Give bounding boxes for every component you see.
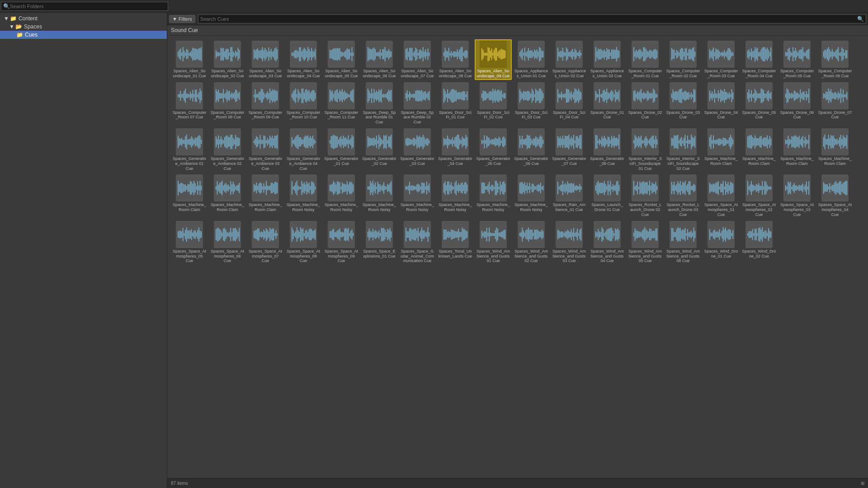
cue-item[interactable]: Spaces_Generator_08 Cue	[589, 127, 626, 172]
cue-item[interactable]: Spaces_Drone_03 Cue	[665, 81, 702, 126]
cue-item[interactable]: Spaces_Alien_Soundscape_03 Cue	[247, 39, 284, 80]
cue-item[interactable]: Spaces_Machine_Room Clam	[703, 127, 740, 172]
grid-area[interactable]: Spaces_Alien_Soundscape_01 CueSpaces_Ali…	[167, 36, 868, 478]
search-cues-input[interactable]	[200, 16, 857, 22]
cue-item[interactable]: Spaces_Space_Atmospheres_07 Cue	[247, 220, 284, 265]
cue-item[interactable]: Spaces_Space_Atmospheres_09 Cue	[323, 220, 360, 265]
cue-item[interactable]: Spaces_Generator_05 Cue	[475, 127, 512, 172]
cue-item[interactable]: Spaces_Machine_Room Noisy	[285, 173, 322, 218]
cue-item[interactable]: Spaces_Wind_Drone_01 Cue	[703, 220, 740, 265]
cue-item[interactable]: Spaces_Generative_Ambience 01 Cue	[171, 127, 208, 172]
cue-item[interactable]: Spaces_Wind_Ambience_and Gusts 04 Cue	[589, 220, 626, 265]
cue-item[interactable]: Spaces_Launch_Drone 01 Cue	[589, 173, 626, 218]
cue-item[interactable]: Spaces_Rocket_Launch_Drone 02 Cue	[627, 173, 664, 218]
cue-item[interactable]: Spaces_Computer_Room 01 Cue	[627, 39, 664, 80]
cue-item[interactable]: Spaces_Space_Atmospheres_05 Cue	[171, 220, 208, 265]
cue-item[interactable]: Spaces_Generative_Ambience 04 Cue	[285, 127, 322, 172]
cue-item[interactable]: Spaces_Computer_Room 03 Cue	[703, 39, 740, 80]
cue-item[interactable]: Spaces_Drone_05 Cue	[741, 81, 778, 126]
cue-item[interactable]: Spaces_Rocket_Launch_Drone 03 Cue	[665, 173, 702, 218]
cue-item[interactable]: Spaces_Machine_Room Clam	[209, 173, 246, 218]
cue-item[interactable]: Spaces_Space_Atmospheres_06 Cue	[209, 220, 246, 265]
cue-item[interactable]: Spaces_Wind_Ambience_and Gusts 01 Cue	[475, 220, 512, 265]
cue-item[interactable]: Spaces_Computer_Room 06 Cue	[816, 39, 854, 80]
cue-item[interactable]: Spaces_Interior_SciFi_Soundscape 01 Cue	[627, 127, 664, 172]
cue-item[interactable]: Spaces_Space_Atmospheres_03 Cue	[778, 173, 816, 218]
sidebar-item-content[interactable]: ▼ 📁 Content	[0, 14, 167, 23]
cue-item[interactable]: Spaces_Computer_Room 10 Cue	[285, 81, 322, 126]
cue-item[interactable]: Spaces_Generative_Ambience 02 Cue	[209, 127, 246, 172]
search-folders-input[interactable]	[10, 4, 166, 9]
cue-item[interactable]: Spaces_Space_Atmospheres_02 Cue	[741, 173, 778, 218]
cue-item[interactable]: Spaces_Alien_Soundscape_08 Cue	[437, 39, 474, 80]
zoom-control[interactable]: ⊞	[861, 481, 864, 486]
cue-item[interactable]: Spaces_Wind_Ambience_and Gusts 02 Cue	[513, 220, 550, 265]
cue-item[interactable]: Spaces_Machine_Room Noisy	[323, 173, 360, 218]
cue-item[interactable]: Spaces_Alien_Soundscape_05 Cue	[323, 39, 360, 80]
cue-item[interactable]: Spaces_Alien_Soundscape_02 Cue	[209, 39, 246, 80]
cue-item[interactable]: Spaces_Appliances_Union 02 Cue	[551, 39, 588, 80]
cue-item[interactable]: Spaces_Drone_04 Cue	[703, 81, 740, 126]
cue-item[interactable]: Spaces_Appliances_Union 01 Cue	[513, 39, 550, 80]
cue-item[interactable]: Spaces_Space_Atmospheres_01 Cue	[703, 173, 740, 218]
cue-item[interactable]: Spaces_Space_Atmospheres_08 Cue	[285, 220, 322, 265]
cue-item[interactable]: Spaces_Generator_02 Cue	[361, 127, 398, 172]
cue-item[interactable]: Spaces_Machine_Room Clam	[778, 127, 816, 172]
cue-item[interactable]: Spaces_Space_Guitar_Animal_Communication…	[399, 220, 436, 265]
svg-rect-1069	[834, 138, 835, 145]
cue-item[interactable]: Spaces_Alien_Soundscape_01 Cue	[171, 39, 208, 80]
cue-item[interactable]: Spaces_Door_SciFi_01 Cue	[437, 81, 474, 126]
cue-item[interactable]: Spaces_Machine_Room Clam	[171, 173, 208, 218]
cue-item[interactable]: Spaces_Generator_03 Cue	[399, 127, 436, 172]
cue-item[interactable]: Spaces_Machine_Room Clam	[741, 127, 778, 172]
svg-rect-1315	[613, 186, 614, 191]
cue-item[interactable]: Spaces_Door_SciFi_04 Cue	[551, 81, 588, 126]
cue-item[interactable]: Spaces_Alien_Soundscape_06 Cue	[361, 39, 398, 80]
cue-item[interactable]: Spaces_Machine_Room Noisy	[399, 173, 436, 218]
cue-item[interactable]: Spaces_Generator_01 Cue	[323, 127, 360, 172]
cue-item[interactable]: Spaces_Deep_Space Rumble 01 Cue	[361, 81, 398, 126]
cue-item[interactable]: Spaces_Computer_Room 07 Cue	[171, 81, 208, 126]
cue-item[interactable]: Spaces_Generator_06 Cue	[513, 127, 550, 172]
cue-item[interactable]: Spaces_Computer_Room 09 Cue	[247, 81, 284, 126]
cue-item[interactable]: Spaces_Computer_Room 02 Cue	[665, 39, 702, 80]
cue-item[interactable]: Spaces_Alien_Soundscape_07 Cue	[399, 39, 436, 80]
cue-item[interactable]: Spaces_Wind_Ambience_and Gusts 05 Cue	[627, 220, 664, 265]
cue-item[interactable]: Spaces_Appliances_Union 03 Cue	[589, 39, 626, 80]
cue-item[interactable]: Spaces_Rain_Ambience_01 Cue	[551, 173, 588, 218]
filters-button[interactable]: ▼ Filters	[169, 15, 195, 23]
cue-item[interactable]: Spaces_Wind_Ambience_and Gusts 03 Cue	[551, 220, 588, 265]
cue-item[interactable]: Spaces_Space_Explosions_01 Cue	[361, 220, 398, 265]
cue-item[interactable]: Spaces_Generator_04 Cue	[437, 127, 474, 172]
cue-item[interactable]: Spaces_Machine_Room Clam	[816, 127, 854, 172]
sidebar-item-spaces[interactable]: ▼ 📂 Spaces	[0, 23, 167, 31]
svg-rect-401	[255, 89, 256, 102]
cue-item[interactable]: Spaces_Machine_Room Noisy	[437, 173, 474, 218]
cue-item[interactable]: Spaces_Computer_Room 04 Cue	[741, 39, 778, 80]
cue-item[interactable]: Spaces_Drone_07 Cue	[816, 81, 854, 126]
cue-item[interactable]: Spaces_Deep_Space Rumble 02 Cue	[399, 81, 436, 126]
cue-item[interactable]: Spaces_Wind_Drone_02 Cue	[741, 220, 778, 265]
cue-item[interactable]: Spaces_Drone_06 Cue	[778, 81, 816, 126]
cue-item[interactable]: Spaces_Computer_Room 08 Cue	[209, 81, 246, 126]
cue-item[interactable]: Spaces_Wind_Ambience_and Gusts 06 Cue	[665, 220, 702, 265]
cue-item[interactable]: Spaces_Interior_SciFi_Soundscape 02 Cue	[665, 127, 702, 172]
cue-item[interactable]: Spaces_Generator_07 Cue	[551, 127, 588, 172]
sidebar-item-cues[interactable]: 📁 Cues	[0, 31, 167, 39]
cue-item[interactable]: Spaces_Machine_Room Clam	[247, 173, 284, 218]
cue-item[interactable]: Spaces_Machine_Room Noisy	[475, 173, 512, 218]
cue-item[interactable]: Spaces_Computer_Room 11 Cue	[323, 81, 360, 126]
cue-item[interactable]: Spaces_Machine_Room Noisy	[513, 173, 550, 218]
cue-item[interactable]: Spaces_Generative_Ambience 03 Cue	[247, 127, 284, 172]
cue-item[interactable]: Spaces_Machine_Room Noisy	[361, 173, 398, 218]
cue-item[interactable]: Spaces_Door_SciFi_02 Cue	[475, 81, 512, 126]
cue-item[interactable]: Spaces_Tonal_Unknown_Lands Cue	[437, 220, 474, 265]
cue-thumbnail	[821, 82, 849, 109]
cue-item[interactable]: Spaces_Alien_Soundscape_04 Cue	[285, 39, 322, 80]
cue-item[interactable]: Spaces_Door_SciFi_03 Cue	[513, 81, 550, 126]
cue-item[interactable]: Spaces_Computer_Room 05 Cue	[778, 39, 816, 80]
cue-item[interactable]: Spaces_Alien_Soundscape_09 Cue	[475, 39, 512, 80]
cue-item[interactable]: Spaces_Drone_02 Cue	[627, 81, 664, 126]
cue-item[interactable]: Spaces_Drone_01 Cue	[589, 81, 626, 126]
cue-item[interactable]: Spaces_Space_Atmospheres_04 Cue	[816, 173, 854, 218]
